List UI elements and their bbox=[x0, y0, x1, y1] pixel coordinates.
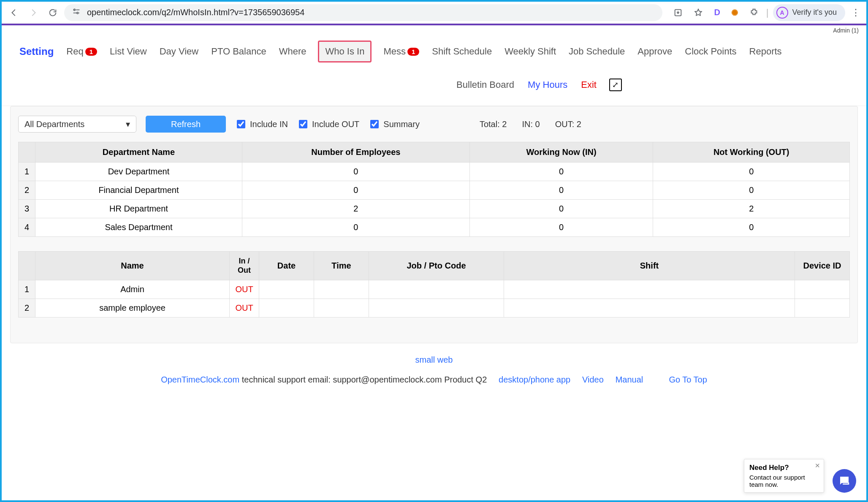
summary-label: Summary bbox=[383, 119, 420, 129]
reload-icon[interactable] bbox=[45, 5, 61, 21]
go-to-top-link[interactable]: Go To Top bbox=[669, 375, 707, 384]
include-in-input[interactable] bbox=[237, 120, 245, 128]
site-settings-icon[interactable] bbox=[72, 7, 81, 18]
nav-mess-label: Mess bbox=[383, 46, 406, 57]
nav-shift-schedule[interactable]: Shift Schedule bbox=[431, 44, 493, 59]
nav-clock-points[interactable]: Clock Points bbox=[684, 44, 737, 59]
nav-bulletin-board[interactable]: Bulletin Board bbox=[456, 78, 515, 92]
cell-device bbox=[795, 280, 850, 299]
col-in: Working Now (IN) bbox=[469, 142, 653, 163]
video-link[interactable]: Video bbox=[582, 375, 604, 384]
nav-req-label: Req bbox=[66, 46, 83, 57]
chat-fab[interactable] bbox=[833, 469, 856, 493]
cell-device bbox=[795, 299, 850, 317]
table-row: 2sample employeeOUT bbox=[19, 299, 850, 317]
brand-link[interactable]: OpenTimeClock.com bbox=[161, 375, 239, 384]
install-icon[interactable] bbox=[670, 5, 686, 21]
stat-in-label: IN: bbox=[522, 119, 533, 129]
cell-date bbox=[259, 280, 314, 299]
stat-in: IN: 0 bbox=[522, 119, 540, 129]
stat-total-label: Total: bbox=[480, 119, 500, 129]
desktop-link[interactable]: desktop/phone app bbox=[499, 375, 570, 384]
url-text: opentimeclock.com/q2/mWhoIsIn.html?v=173… bbox=[87, 8, 304, 17]
footer-line: OpenTimeClock.com technical support emai… bbox=[2, 369, 866, 402]
cell-status: OUT bbox=[230, 299, 259, 317]
cell-dept: HR Department bbox=[35, 200, 242, 218]
help-popover: ✕ Need Help? Contact our support team no… bbox=[744, 459, 824, 493]
row-index: 1 bbox=[19, 163, 35, 181]
verify-label: Verify it's you bbox=[792, 8, 837, 17]
cell-date bbox=[259, 299, 314, 317]
small-web-link[interactable]: small web bbox=[415, 355, 453, 364]
row-index: 3 bbox=[19, 200, 35, 218]
profile-verify-button[interactable]: A Verify it's you bbox=[773, 4, 845, 21]
cell-out: 0 bbox=[653, 218, 850, 237]
cell-shift bbox=[504, 299, 795, 317]
nav-my-hours[interactable]: My Hours bbox=[527, 78, 568, 92]
forward-icon[interactable] bbox=[25, 5, 41, 21]
include-in-label: Include IN bbox=[250, 119, 288, 129]
cell-out: 0 bbox=[653, 163, 850, 181]
close-icon[interactable]: ✕ bbox=[815, 462, 820, 469]
summary-input[interactable] bbox=[370, 120, 379, 128]
cell-in: 0 bbox=[469, 181, 653, 200]
extension-d-icon[interactable]: D bbox=[711, 6, 724, 19]
cell-time bbox=[314, 280, 369, 299]
col-dept: Department Name bbox=[35, 142, 242, 163]
col-date: Date bbox=[259, 252, 314, 280]
cell-num: 0 bbox=[242, 163, 469, 181]
manual-link[interactable]: Manual bbox=[616, 375, 643, 384]
cell-status: OUT bbox=[230, 280, 259, 299]
cell-job bbox=[369, 299, 504, 317]
extension-bug-icon[interactable]: ✺ bbox=[728, 6, 742, 19]
include-in-checkbox[interactable]: Include IN bbox=[235, 119, 288, 130]
nav-exit[interactable]: Exit bbox=[580, 78, 597, 92]
nav-reports[interactable]: Reports bbox=[749, 44, 783, 59]
row-index: 2 bbox=[19, 299, 35, 317]
summary-checkbox[interactable]: Summary bbox=[369, 119, 420, 130]
cell-dept: Financial Department bbox=[35, 181, 242, 200]
fullscreen-icon[interactable]: ⤢ bbox=[609, 79, 622, 91]
content-panel: All Departments ▾ Refresh Include IN Inc… bbox=[10, 106, 858, 343]
table-row: 1AdminOUT bbox=[19, 280, 850, 299]
star-icon[interactable] bbox=[690, 5, 706, 21]
cell-in: 0 bbox=[469, 200, 653, 218]
nav-req[interactable]: Req 1 bbox=[65, 44, 98, 59]
nav-pto-balance[interactable]: PTO Balance bbox=[210, 44, 267, 59]
col-out: Not Working (OUT) bbox=[653, 142, 850, 163]
department-select[interactable]: All Departments ▾ bbox=[18, 116, 136, 133]
refresh-button[interactable]: Refresh bbox=[146, 116, 226, 133]
cell-out: 0 bbox=[653, 181, 850, 200]
table-row: 1Dev Department000 bbox=[19, 163, 850, 181]
nav-day-view[interactable]: Day View bbox=[159, 44, 200, 59]
nav-job-schedule[interactable]: Job Schedule bbox=[568, 44, 626, 59]
table-row: 3HR Department202 bbox=[19, 200, 850, 218]
stat-total: Total: 2 bbox=[480, 119, 507, 129]
nav-list-view[interactable]: List View bbox=[109, 44, 148, 59]
nav-setting[interactable]: Setting bbox=[19, 44, 54, 59]
chevron-down-icon: ▾ bbox=[126, 119, 130, 129]
stat-in-value: 0 bbox=[535, 119, 540, 129]
back-icon[interactable] bbox=[6, 5, 22, 21]
cell-shift bbox=[504, 280, 795, 299]
extensions-icon[interactable] bbox=[746, 5, 762, 21]
browser-menu-icon[interactable]: ⋮ bbox=[849, 7, 862, 18]
nav-mess[interactable]: Mess 1 bbox=[382, 44, 420, 59]
address-bar[interactable]: opentimeclock.com/q2/mWhoIsIn.html?v=173… bbox=[64, 4, 662, 21]
include-out-label: Include OUT bbox=[312, 119, 359, 129]
help-title: Need Help? bbox=[749, 464, 812, 472]
cell-job bbox=[369, 280, 504, 299]
include-out-input[interactable] bbox=[299, 120, 307, 128]
nav-who-is-in[interactable]: Who Is In bbox=[318, 41, 372, 62]
nav-where[interactable]: Where bbox=[278, 44, 307, 59]
include-out-checkbox[interactable]: Include OUT bbox=[297, 119, 359, 130]
browser-toolbar: opentimeclock.com/q2/mWhoIsIn.html?v=173… bbox=[2, 2, 866, 24]
stat-out-label: OUT: bbox=[555, 119, 575, 129]
browser-right-icons: D ✺ | A Verify it's you ⋮ bbox=[666, 4, 862, 21]
divider: | bbox=[766, 7, 769, 18]
nav-approve[interactable]: Approve bbox=[637, 44, 673, 59]
cell-num: 0 bbox=[242, 181, 469, 200]
cell-num: 0 bbox=[242, 218, 469, 237]
req-badge: 1 bbox=[85, 48, 97, 56]
nav-weekly-shift[interactable]: Weekly Shift bbox=[504, 44, 557, 59]
